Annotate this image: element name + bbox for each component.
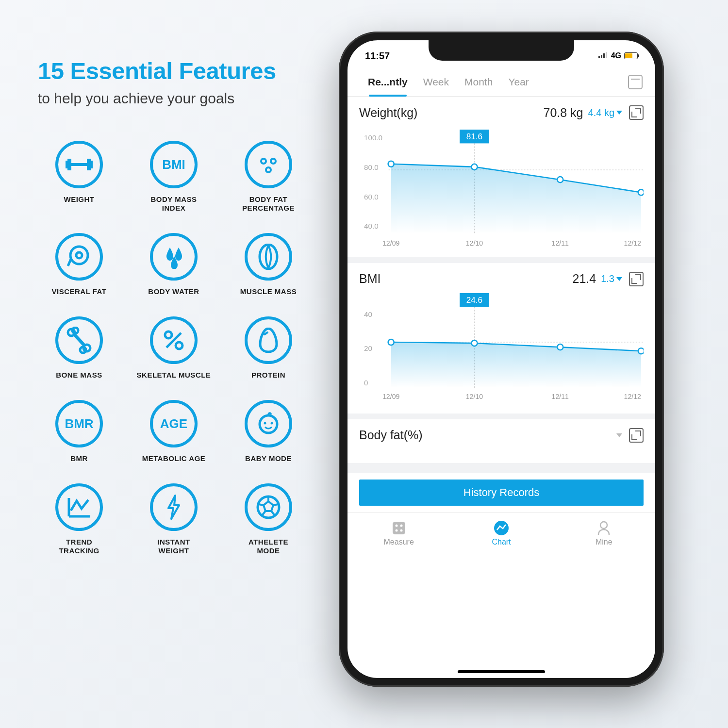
bone-icon — [55, 316, 103, 364]
expand-icon[interactable] — [629, 105, 644, 120]
expand-icon[interactable] — [629, 272, 644, 286]
svg-line-30 — [259, 504, 264, 505]
weight-card: Weight(kg) 70.8 kg 4.4 kg 100.0 80.0 60.… — [347, 97, 655, 263]
svg-text:12/12: 12/12 — [624, 239, 641, 247]
svg-point-58 — [557, 344, 563, 350]
feature-age: AGEMETABOLIC AGE — [132, 400, 215, 463]
tab-rently[interactable]: Re...ntly — [360, 67, 415, 96]
phone-notch — [429, 40, 574, 61]
bmi-title: BMI — [359, 272, 381, 286]
svg-rect-3 — [66, 161, 67, 168]
svg-text:12/09: 12/09 — [382, 393, 399, 400]
nav-mine[interactable]: Mine — [553, 513, 655, 554]
tab-month[interactable]: Month — [457, 67, 500, 96]
feature-label: BODY MASSINDEX — [150, 195, 197, 213]
svg-point-19 — [260, 415, 277, 433]
feature-soccer: ATHELETEMODE — [227, 483, 310, 555]
nav-measure[interactable]: Measure — [347, 513, 450, 554]
svg-text:12/11: 12/11 — [552, 393, 569, 400]
feature-label: TRENDTRACKING — [59, 538, 99, 555]
feature-label: MUSCLE MASS — [240, 287, 297, 296]
expand-icon[interactable] — [629, 428, 644, 443]
feature-bone: BONE MASS — [38, 316, 120, 380]
svg-point-6 — [271, 159, 276, 164]
svg-rect-33 — [603, 53, 605, 58]
bmi-chart[interactable]: 40 20 0 24.6 12/09 12/10 12/11 — [359, 292, 644, 405]
svg-rect-66 — [393, 522, 405, 534]
feature-tape: VISCERAL FAT — [38, 233, 120, 296]
phone-screen: 11:57 4G Re...ntlyWeekMonthYear Weight(k… — [347, 40, 655, 678]
calendar-icon[interactable] — [628, 75, 643, 89]
svg-point-67 — [395, 525, 397, 527]
chart-icon — [494, 520, 509, 536]
svg-rect-1 — [87, 159, 91, 170]
feature-label: METABOLIC AGE — [142, 454, 206, 463]
svg-point-72 — [600, 522, 607, 529]
feature-label: SKELETAL MUSCLE — [137, 371, 211, 380]
svg-text:12/09: 12/09 — [382, 239, 399, 247]
headline: 15 Essential Features — [38, 57, 310, 84]
svg-text:60.0: 60.0 — [364, 193, 378, 201]
feature-label: VISCERAL FAT — [52, 287, 107, 296]
svg-point-70 — [400, 529, 402, 532]
svg-line-27 — [273, 504, 278, 505]
tape-icon — [55, 233, 103, 281]
drops-icon — [150, 233, 198, 281]
feature-barbell: WEIGHT — [38, 141, 120, 213]
svg-text:40.0: 40.0 — [364, 222, 378, 230]
feature-label: BABY MODE — [245, 454, 292, 463]
svg-line-18 — [166, 333, 181, 347]
bodyfat-card: Body fat(%) — [347, 419, 655, 473]
feature-label: BMR — [70, 454, 88, 463]
feature-drops: BODY WATER — [132, 233, 215, 296]
nav-label: Chart — [492, 538, 511, 546]
svg-point-59 — [638, 348, 644, 354]
feature-trend: TRENDTRACKING — [38, 483, 120, 555]
feature-label: PROTEIN — [251, 371, 285, 380]
svg-point-7 — [266, 167, 271, 172]
history-records-button[interactable]: History Records — [359, 480, 644, 506]
feature-bmr: BMRBMR — [38, 400, 120, 463]
feature-bolt: INSTANTWEIGHT — [132, 483, 215, 555]
chevron-down-icon[interactable] — [616, 433, 622, 437]
svg-point-41 — [388, 161, 394, 167]
weight-title: Weight(kg) — [359, 106, 417, 120]
tab-year[interactable]: Year — [500, 67, 536, 96]
feature-percent: SKELETAL MUSCLE — [132, 316, 215, 380]
weight-value: 70.8 kg — [544, 106, 583, 120]
svg-line-15 — [74, 334, 85, 346]
svg-rect-32 — [601, 55, 602, 58]
feature-muscle: MUSCLE MASS — [227, 233, 310, 296]
nav-chart[interactable]: Chart — [450, 513, 552, 554]
svg-point-5 — [261, 159, 266, 164]
svg-point-68 — [400, 525, 402, 527]
svg-text:12/10: 12/10 — [466, 393, 483, 400]
svg-point-43 — [557, 177, 563, 182]
trend-icon — [55, 483, 103, 531]
feature-bmi: BMIBODY MASSINDEX — [132, 141, 215, 213]
tab-week[interactable]: Week — [415, 67, 457, 96]
signal-icon — [598, 51, 608, 60]
status-time: 11:57 — [365, 50, 390, 62]
svg-text:20: 20 — [364, 344, 372, 352]
features-grid: WEIGHTBMIBODY MASSINDEXBODY FATPERCENTAG… — [38, 141, 310, 555]
svg-text:40: 40 — [364, 310, 372, 318]
feature-label: ATHELETEMODE — [248, 538, 288, 555]
phone-frame: 11:57 4G Re...ntlyWeekMonthYear Weight(k… — [339, 32, 664, 687]
svg-text:80.0: 80.0 — [364, 163, 378, 171]
percent-icon — [150, 316, 198, 364]
svg-point-21 — [271, 422, 273, 425]
svg-text:12/12: 12/12 — [624, 393, 641, 400]
feature-label: INSTANTWEIGHT — [157, 538, 190, 555]
svg-line-28 — [271, 511, 275, 516]
svg-rect-31 — [598, 56, 600, 58]
svg-point-42 — [471, 164, 477, 170]
bolt-icon — [150, 483, 198, 531]
bmi-card: BMI 21.4 1.3 40 20 0 — [347, 263, 655, 419]
weight-chart[interactable]: 100.0 80.0 60.0 40.0 81.6 12/09 — [359, 126, 644, 248]
age-icon: AGE — [150, 400, 198, 447]
svg-point-56 — [388, 339, 394, 345]
svg-text:12/10: 12/10 — [466, 239, 483, 247]
home-indicator[interactable] — [458, 670, 545, 673]
svg-marker-25 — [264, 501, 273, 511]
